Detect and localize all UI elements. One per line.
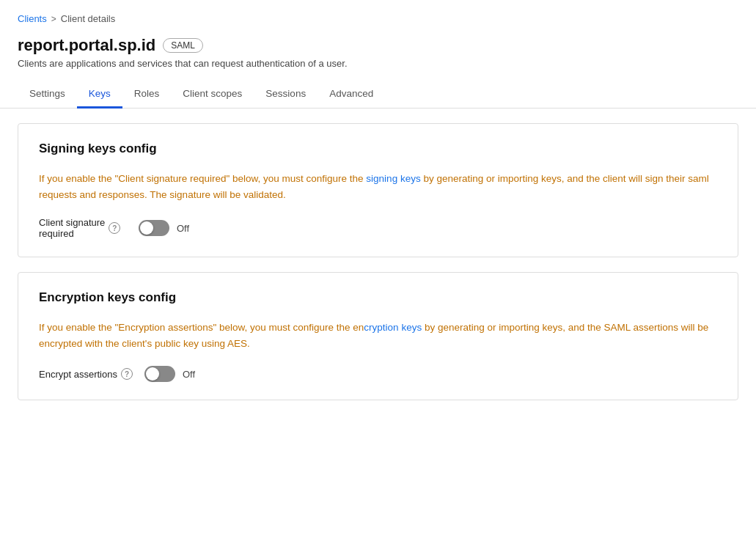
saml-badge: SAML	[163, 38, 203, 53]
client-signature-help-icon[interactable]: ?	[109, 222, 120, 234]
signing-info-text-part1: If you enable the "Client signature requ…	[39, 173, 366, 184]
encryption-keys-link[interactable]: cryption keys	[364, 322, 422, 333]
breadcrumb-clients-link[interactable]: Clients	[18, 13, 47, 24]
encryption-info-part1: If you enable the "Encryption assertions…	[39, 322, 708, 349]
client-signature-off-label: Off	[177, 223, 189, 234]
page-header: report.portal.sp.id SAML Clients are app…	[0, 30, 756, 69]
page-title: report.portal.sp.id	[18, 36, 155, 55]
client-signature-thumb	[140, 221, 153, 235]
signing-keys-card: Signing keys config If you enable the "C…	[18, 123, 738, 257]
encryption-keys-card: Encryption keys config If you enable the…	[18, 272, 738, 400]
tab-keys[interactable]: Keys	[77, 81, 122, 109]
breadcrumb-separator: >	[51, 14, 56, 24]
tab-advanced[interactable]: Advanced	[318, 81, 385, 109]
page-subtitle: Clients are applications and services th…	[18, 58, 738, 69]
encrypt-assertions-label-text: Encrypt assertions	[39, 369, 117, 380]
encrypt-assertions-toggle[interactable]	[144, 366, 175, 382]
content-area: Signing keys config If you enable the "C…	[0, 109, 756, 415]
signing-keys-link[interactable]: signing keys	[366, 173, 420, 184]
breadcrumb-current: Client details	[61, 13, 115, 24]
encrypt-assertions-help-icon[interactable]: ?	[121, 368, 133, 380]
encrypt-assertions-thumb	[146, 367, 159, 381]
tab-settings[interactable]: Settings	[18, 81, 77, 109]
client-signature-toggle[interactable]	[139, 220, 169, 236]
encryption-keys-title: Encryption keys config	[39, 290, 717, 305]
tabs-bar: Settings Keys Roles Client scopes Sessio…	[0, 81, 756, 109]
client-signature-label-text: Client signaturerequired	[39, 217, 105, 239]
encrypt-assertions-label: Encrypt assertions ?	[39, 368, 133, 380]
signing-keys-info: If you enable the "Client signature requ…	[39, 171, 717, 202]
client-signature-toggle-container: Off	[139, 220, 189, 236]
tab-sessions[interactable]: Sessions	[254, 81, 318, 109]
encrypt-assertions-track	[144, 366, 175, 382]
encrypt-assertions-field-row: Encrypt assertions ? Off	[39, 366, 717, 382]
encryption-keys-info: If you enable the "Encryption assertions…	[39, 320, 717, 351]
signing-keys-title: Signing keys config	[39, 141, 717, 156]
tab-client-scopes[interactable]: Client scopes	[171, 81, 254, 109]
tab-roles[interactable]: Roles	[122, 81, 172, 109]
client-signature-field-row: Client signaturerequired ? Off	[39, 217, 717, 239]
client-signature-track	[139, 220, 169, 236]
encrypt-assertions-off-label: Off	[183, 369, 195, 380]
breadcrumb: Clients > Client details	[0, 0, 756, 30]
client-signature-label: Client signaturerequired ?	[39, 217, 127, 239]
encrypt-assertions-toggle-container: Off	[144, 366, 195, 382]
